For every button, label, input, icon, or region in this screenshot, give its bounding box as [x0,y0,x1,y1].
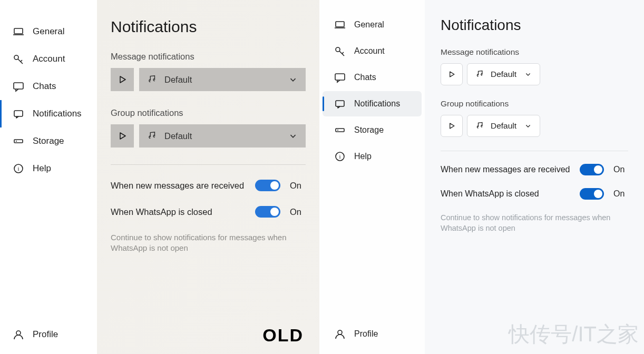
group-tone-dropdown[interactable]: Default [467,115,540,137]
dropdown-value: Default [491,70,516,79]
sidebar-item-label: Help [33,163,51,174]
help-text: Continue to show notifications for messa… [111,232,306,254]
new-messages-toggle[interactable] [255,180,280,191]
sidebar-item-chats-new[interactable]: Chats [323,65,422,90]
storage-icon [13,135,24,147]
divider [441,151,628,151]
new-sidebar: General Account Chats Notifications Stor… [319,0,425,354]
toggle-state: On [613,165,628,174]
sidebar-item-help-old[interactable]: Help [0,155,97,182]
dropdown-value: Default [491,121,516,131]
sidebar-item-notifications-old[interactable]: Notifications [0,100,97,127]
divider [111,164,306,165]
toggle-label: When new messages are received [441,165,580,174]
play-group-tone-button[interactable] [111,124,134,148]
chevron-down-icon [288,131,298,141]
sidebar-item-label: Notifications [33,109,82,119]
old-sidebar: General Account Chats Notifications Stor… [0,0,97,354]
play-icon [447,70,456,79]
page-title: Notifications [441,17,628,34]
sidebar-item-label: Storage [354,125,384,135]
section-label-group: Group notifications [111,108,306,118]
page-title: Notifications [111,18,306,36]
sidebar-item-general-old[interactable]: General [0,18,97,45]
sidebar-item-label: Profile [33,329,58,340]
sidebar-item-label: Account [354,46,385,56]
sidebar-item-storage-old[interactable]: Storage [0,127,97,155]
section-label-group: Group notifications [441,99,628,109]
sidebar-item-profile-new[interactable]: Profile [323,321,422,353]
whatsapp-closed-toggle[interactable] [580,188,604,200]
toggle-label: When new messages are received [111,181,255,191]
new-messages-toggle[interactable] [580,164,604,175]
sidebar-item-label: Notifications [354,99,400,109]
info-icon [334,151,346,162]
play-message-tone-button[interactable] [111,68,134,91]
toggle-state: On [613,189,628,199]
sidebar-item-label: General [354,20,384,30]
help-text: Continue to show notifications for messa… [441,212,628,234]
info-icon [13,163,24,174]
toggle-state: On [290,207,306,217]
group-tone-dropdown[interactable]: Default [139,124,306,148]
play-icon [447,121,456,131]
section-label-message: Message notifications [441,47,628,57]
toggle-label: When WhatsApp is closed [441,189,580,199]
key-icon [13,53,24,65]
message-tone-dropdown[interactable]: Default [139,68,306,91]
chevron-down-icon [524,70,532,78]
chat-icon [334,98,346,110]
sidebar-item-label: Chats [33,81,56,92]
chat-icon [13,81,24,92]
dropdown-value: Default [164,75,192,85]
old-label-badge: OLD [262,325,304,346]
chat-icon [334,72,346,83]
new-content-pane: Notifications Message notifications Defa… [425,0,644,354]
section-label-message: Message notifications [111,52,306,62]
sidebar-item-profile-old[interactable]: Profile [0,321,97,354]
sidebar-item-help-new[interactable]: Help [323,144,422,169]
key-icon [334,45,346,57]
music-note-icon [147,131,157,141]
profile-icon [334,328,346,340]
watermark-text: 快传号/IT之家 [509,320,639,349]
sidebar-item-label: Profile [354,329,378,339]
play-group-tone-button[interactable] [441,115,463,137]
music-note-icon [147,74,157,85]
old-content-pane: Notifications Message notifications Defa… [97,0,319,354]
whatsapp-closed-toggle[interactable] [255,206,280,218]
message-tone-dropdown[interactable]: Default [467,63,540,85]
chat-icon [13,108,24,120]
sidebar-item-account-new[interactable]: Account [323,38,422,64]
sidebar-item-account-old[interactable]: Account [0,45,97,73]
sidebar-item-storage-new[interactable]: Storage [323,117,422,143]
dropdown-value: Default [164,131,192,141]
sidebar-item-label: Storage [33,136,64,146]
profile-icon [13,329,24,340]
music-note-icon [475,121,484,131]
sidebar-item-label: Account [33,54,65,64]
play-icon [116,74,128,85]
chevron-down-icon [288,74,298,85]
music-note-icon [475,70,484,79]
play-icon [116,130,128,142]
sidebar-item-label: General [33,26,64,37]
laptop-icon [13,26,24,37]
sidebar-item-general-new[interactable]: General [323,12,422,37]
sidebar-item-label: Chats [354,73,376,82]
toggle-state: On [290,181,306,191]
sidebar-item-notifications-new[interactable]: Notifications [323,91,422,116]
play-message-tone-button[interactable] [441,63,463,85]
sidebar-item-label: Help [354,152,372,161]
storage-icon [334,124,346,136]
toggle-label: When WhatsApp is closed [111,207,255,217]
chevron-down-icon [524,122,532,130]
sidebar-item-chats-old[interactable]: Chats [0,73,97,100]
laptop-icon [334,19,346,31]
